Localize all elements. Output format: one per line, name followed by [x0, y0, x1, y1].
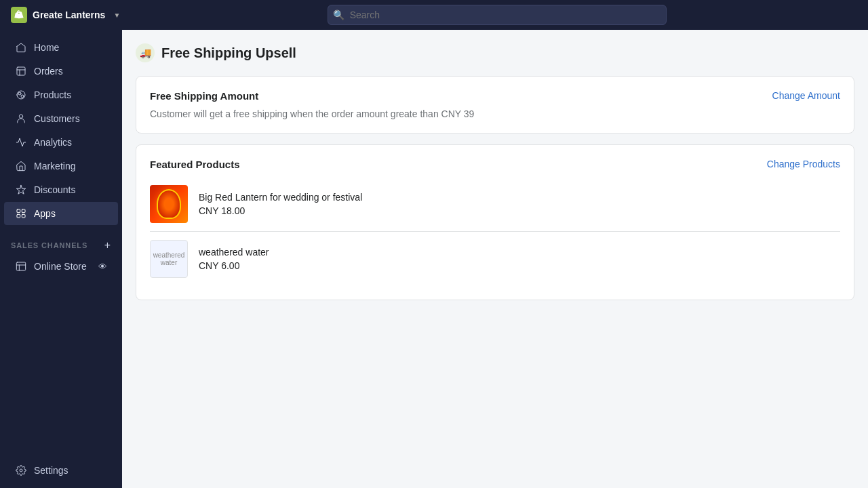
main-layout: Home Orders Products Customers	[0, 30, 868, 488]
product-info-0: Big Red Lantern for wedding or festival …	[199, 192, 840, 216]
home-icon	[15, 41, 27, 54]
sidebar: Home Orders Products Customers	[0, 30, 122, 488]
page-title: Free Shipping Upsell	[161, 45, 296, 61]
product-thumb-water: weathered water	[150, 240, 188, 278]
nav-section-main: Home Orders Products Customers	[0, 30, 122, 231]
product-item-1: weathered water weathered water CNY 6.00	[150, 232, 840, 286]
svg-rect-0	[17, 67, 25, 75]
eye-icon[interactable]: 👁	[98, 262, 107, 272]
brand-button[interactable]: Greate Lanterns ▼	[11, 7, 120, 23]
sidebar-item-apps-label: Apps	[34, 208, 56, 219]
product-info-1: weathered water CNY 6.00	[199, 247, 840, 271]
sidebar-item-customers[interactable]: Customers	[4, 107, 118, 130]
brand-dropdown-arrow: ▼	[113, 12, 120, 19]
change-products-link[interactable]: Change Products	[767, 159, 840, 169]
product-price-1: CNY 6.00	[199, 260, 840, 271]
search-bar: 🔍	[328, 5, 667, 25]
topbar: Greate Lanterns ▼ 🔍	[0, 0, 868, 30]
svg-point-4	[21, 95, 24, 98]
sidebar-item-apps[interactable]: Apps	[4, 202, 118, 225]
shopify-logo	[11, 7, 27, 23]
free-shipping-card: Free Shipping Amount Change Amount Custo…	[136, 76, 854, 134]
marketing-icon	[15, 160, 27, 172]
svg-rect-8	[17, 214, 20, 218]
sidebar-item-settings-label: Settings	[34, 465, 68, 476]
online-store-label: Online Store	[34, 261, 87, 272]
svg-point-13	[20, 469, 22, 472]
sidebar-item-discounts[interactable]: Discounts	[4, 178, 118, 201]
discounts-icon	[15, 184, 27, 196]
apps-icon	[15, 207, 27, 220]
svg-rect-6	[17, 209, 20, 213]
sidebar-item-customers-label: Customers	[34, 113, 80, 124]
product-item-0: Big Red Lantern for wedding or festival …	[150, 177, 840, 232]
sales-channels-label: SALES CHANNELS	[11, 241, 87, 249]
online-store-left: Online Store	[15, 260, 87, 272]
lantern-visual	[157, 189, 181, 219]
sales-channels-section: SALES CHANNELS +	[0, 231, 122, 254]
sidebar-item-settings[interactable]: Settings	[4, 459, 118, 482]
svg-point-5	[19, 115, 22, 118]
sidebar-item-orders[interactable]: Orders	[4, 60, 118, 83]
sidebar-item-marketing[interactable]: Marketing	[4, 155, 118, 178]
settings-icon	[15, 464, 27, 476]
customers-icon	[15, 113, 27, 125]
product-price-0: CNY 18.00	[199, 205, 840, 216]
sidebar-item-home-label: Home	[34, 42, 59, 53]
featured-products-card: Featured Products Change Products Big Re…	[136, 144, 854, 300]
sidebar-item-products-label: Products	[34, 89, 71, 100]
product-thumb-lantern	[150, 185, 188, 223]
featured-products-title: Featured Products	[150, 159, 240, 170]
free-shipping-title: Free Shipping Amount	[150, 90, 258, 102]
change-amount-link[interactable]: Change Amount	[772, 90, 840, 101]
orders-icon	[15, 65, 27, 77]
sidebar-item-analytics[interactable]: Analytics	[4, 131, 118, 154]
sidebar-item-products[interactable]: Products	[4, 83, 118, 106]
svg-point-3	[18, 92, 21, 95]
page-header: 🚚 Free Shipping Upsell	[136, 43, 854, 62]
app-icon: 🚚	[136, 43, 155, 62]
svg-rect-7	[22, 209, 25, 213]
products-icon	[15, 89, 27, 101]
svg-rect-10	[16, 262, 25, 270]
search-icon: 🔍	[333, 9, 344, 20]
product-name-1: weathered water	[199, 247, 840, 258]
featured-products-header: Featured Products Change Products	[150, 159, 840, 170]
free-shipping-desc: Customer will get a free shipping when t…	[150, 108, 840, 119]
analytics-icon	[15, 136, 27, 148]
online-store-icon	[15, 260, 27, 272]
add-channel-button[interactable]: +	[104, 239, 111, 251]
sidebar-item-online-store[interactable]: Online Store 👁	[4, 255, 118, 278]
sidebar-bottom: Settings	[0, 453, 122, 488]
sidebar-item-discounts-label: Discounts	[34, 184, 75, 195]
water-thumb-label: weathered water	[151, 251, 187, 266]
sidebar-item-home[interactable]: Home	[4, 36, 118, 59]
brand-name: Greate Lanterns	[33, 9, 105, 20]
svg-rect-9	[22, 214, 25, 218]
search-input[interactable]	[328, 5, 667, 25]
sidebar-item-orders-label: Orders	[34, 66, 63, 77]
sidebar-item-analytics-label: Analytics	[34, 137, 72, 148]
sidebar-item-marketing-label: Marketing	[34, 161, 75, 171]
main-content: 🚚 Free Shipping Upsell Free Shipping Amo…	[122, 30, 868, 488]
product-name-0: Big Red Lantern for wedding or festival	[199, 192, 840, 203]
app-icon-emoji: 🚚	[140, 47, 151, 58]
free-shipping-card-header: Free Shipping Amount Change Amount	[150, 90, 840, 102]
